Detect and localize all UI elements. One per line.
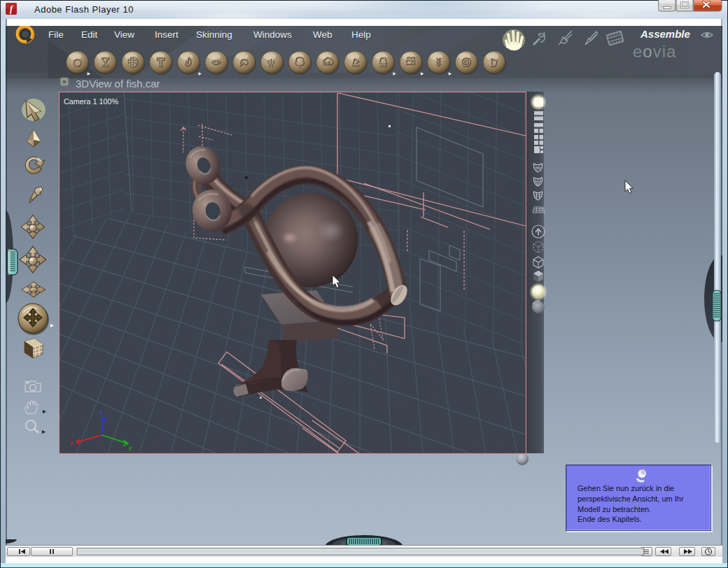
svg-text:4-D: 4-D: [324, 61, 330, 65]
svg-text:Camera 1 100%: Camera 1 100%: [64, 97, 118, 106]
svg-text:x: x: [70, 439, 74, 446]
svg-text:3DView of fish.car: 3DView of fish.car: [76, 78, 160, 90]
svg-text:z: z: [99, 409, 103, 416]
svg-text:eovia: eovia: [633, 42, 676, 61]
svg-text:y: y: [129, 444, 132, 451]
svg-text:Assemble: Assemble: [640, 28, 690, 40]
